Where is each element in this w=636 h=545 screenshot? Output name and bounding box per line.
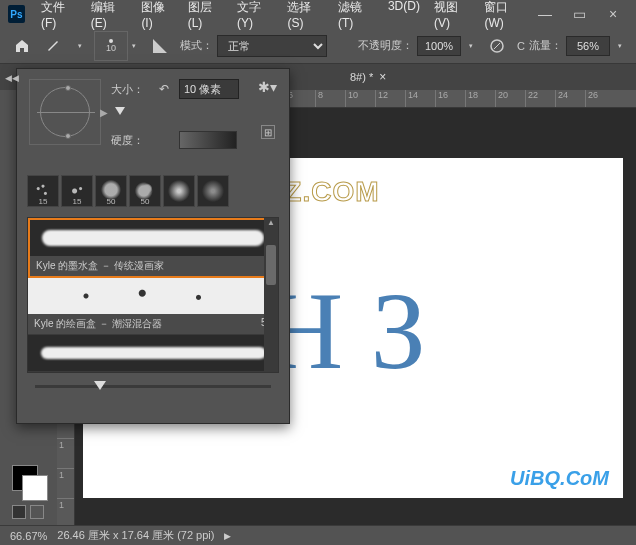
ruler-tick: 8 <box>315 90 345 107</box>
home-icon[interactable] <box>10 34 34 58</box>
preset-thumb[interactable] <box>197 175 229 207</box>
titlebar: Ps 文件(F) 编辑(E) 图像(I) 图层(L) 文字(Y) 选择(S) 滤… <box>0 0 636 28</box>
ruler-tick: 14 <box>405 90 435 107</box>
document-tab[interactable]: 8#) * × <box>340 66 396 88</box>
menu-view[interactable]: 视图(V) <box>428 0 477 34</box>
ruler-tick: 24 <box>555 90 585 107</box>
ruler-tick: 16 <box>435 90 465 107</box>
status-menu-icon[interactable]: ▶ <box>224 531 231 541</box>
tab-close-icon[interactable]: × <box>379 70 386 84</box>
menu-window[interactable]: 窗口(W) <box>478 0 530 34</box>
ruler-tick: 12 <box>375 90 405 107</box>
preset-thumb[interactable] <box>163 175 195 207</box>
quickmask-toggle[interactable] <box>12 505 26 519</box>
preset-thumb[interactable]: 50 <box>95 175 127 207</box>
list-scrollbar[interactable]: ▲ <box>264 218 278 372</box>
preset-thumb[interactable]: 15 <box>61 175 93 207</box>
brush-presets-row: 15 15 50 50 <box>17 171 289 211</box>
background-color[interactable] <box>22 475 48 501</box>
menu-3d[interactable]: 3D(D) <box>382 0 426 34</box>
watermark-corner: UiBQ.CoM <box>510 467 609 490</box>
screenmode-toggle[interactable] <box>30 505 44 519</box>
new-brush-icon[interactable]: ⊞ <box>261 125 275 139</box>
brush-list: Kyle 的墨水盒 － 传统漫画家 Kyle 的绘画盒 － 潮湿混合器50 ▲ <box>27 217 279 373</box>
collapse-icon[interactable]: ◀◀ <box>5 73 19 83</box>
brush-list-item[interactable]: Kyle 的绘画盒 － 潮湿混合器50 <box>28 278 278 335</box>
opacity-dropdown[interactable]: ▾ <box>465 34 477 58</box>
ruler-tick: 1 <box>57 498 74 528</box>
flow-letter: C <box>517 40 525 52</box>
ruler-tick: 10 <box>345 90 375 107</box>
brush-name: Kyle 的墨水盒 － 传统漫画家 <box>36 259 164 273</box>
size-label: 大小： <box>111 82 149 97</box>
hardness-label: 硬度： <box>111 133 149 148</box>
flow-dropdown[interactable]: ▾ <box>614 34 626 58</box>
ruler-tick: 22 <box>525 90 555 107</box>
tab-title: 8#) * <box>350 71 373 83</box>
minimize-button[interactable]: — <box>530 4 560 24</box>
zoom-level[interactable]: 66.67% <box>10 530 47 542</box>
brush-list-item[interactable] <box>28 335 278 372</box>
mode-label: 模式： <box>180 38 213 53</box>
blend-mode-select[interactable]: 正常 <box>217 35 327 57</box>
scrollbar-thumb[interactable] <box>266 245 276 285</box>
menu-layer[interactable]: 图层(L) <box>182 0 229 34</box>
brush-preview[interactable]: 10 <box>94 31 128 61</box>
ruler-tick: 1 <box>57 468 74 498</box>
brush-dropdown[interactable]: ▾ <box>128 34 140 58</box>
menu-select[interactable]: 选择(S) <box>281 0 330 34</box>
menu-image[interactable]: 图像(I) <box>135 0 179 34</box>
ruler-tick: 1 <box>57 438 74 468</box>
tool-preset-dropdown[interactable]: ▾ <box>74 34 86 58</box>
reset-icon[interactable]: ↶ <box>155 81 173 97</box>
opacity-input[interactable] <box>417 36 461 56</box>
flow-input[interactable] <box>566 36 610 56</box>
preset-thumb[interactable]: 15 <box>27 175 59 207</box>
hardness-preview <box>179 131 237 149</box>
brush-size-indicator: 10 <box>106 43 116 53</box>
brush-panel-toggle-icon[interactable] <box>148 34 172 58</box>
menu-edit[interactable]: 编辑(E) <box>85 0 134 34</box>
brush-settings-panel: ◀◀ ✱▾ ⊞ ▶ 大小： ↶ 硬度： 15 <box>16 68 290 424</box>
maximize-button[interactable]: ▭ <box>564 4 594 24</box>
brush-size-input[interactable] <box>179 79 239 99</box>
brush-angle-control[interactable]: ▶ <box>29 79 101 145</box>
brush-list-item[interactable]: Kyle 的墨水盒 － 传统漫画家 <box>28 218 278 278</box>
ruler-tick: 26 <box>585 90 615 107</box>
menu-file[interactable]: 文件(F) <box>35 0 83 34</box>
brush-name: Kyle 的绘画盒 － 潮湿混合器 <box>34 317 162 331</box>
gear-icon[interactable]: ✱▾ <box>258 79 277 95</box>
menu-type[interactable]: 文字(Y) <box>231 0 280 34</box>
pressure-opacity-icon[interactable] <box>485 34 509 58</box>
ruler-tick: 18 <box>465 90 495 107</box>
preview-size-slider[interactable] <box>17 379 289 398</box>
size-slider[interactable] <box>111 107 277 123</box>
app-logo: Ps <box>8 5 25 23</box>
menu-filter[interactable]: 滤镜(T) <box>332 0 380 34</box>
ruler-tick: 20 <box>495 90 525 107</box>
document-dimensions: 26.46 厘米 x 17.64 厘米 (72 ppi) <box>57 528 214 543</box>
close-button[interactable]: × <box>598 4 628 24</box>
flow-label: 流量： <box>529 38 562 53</box>
brush-tool-icon[interactable] <box>42 34 66 58</box>
status-bar: 66.67% 26.46 厘米 x 17.64 厘米 (72 ppi) ▶ <box>0 525 636 545</box>
main-menu: 文件(F) 编辑(E) 图像(I) 图层(L) 文字(Y) 选择(S) 滤镜(T… <box>35 0 530 34</box>
preset-thumb[interactable]: 50 <box>129 175 161 207</box>
opacity-label: 不透明度： <box>358 38 413 53</box>
window-controls: — ▭ × <box>530 4 628 24</box>
